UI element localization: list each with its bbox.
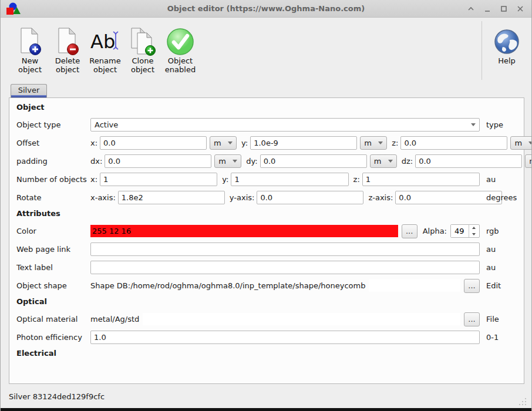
toolbar-label: Help [498,56,516,65]
rename-text-cursor-icon: Ab [89,26,121,56]
row-color: Color 255 12 16 ... Alpha: rgb [16,224,521,238]
color-rgb-value: 255 12 16 [92,227,131,235]
row-text-label: Text label au [16,261,521,274]
active-tab-indicator [11,95,46,97]
resize-grip[interactable] [518,397,527,406]
unit-label-rgb: rgb [486,227,521,235]
offset-y-label: y: [241,139,248,147]
alpha-step-down-button[interactable] [469,231,478,238]
row-web-page-link: Web page link au [16,242,521,256]
delete-object-button[interactable]: Deleteobject [50,26,85,74]
file-label: File [486,315,521,324]
row-offset: Offset x: m y: m z: m [16,136,521,150]
section-heading-attributes: Attributes [16,209,521,220]
clone-object-button[interactable]: Cloneobject [125,26,160,74]
color-swatch[interactable]: 255 12 16 [90,225,398,237]
rename-object-button[interactable]: Ab Renameobject [87,26,123,74]
chevron-down-icon [528,142,532,144]
offset-z-unit-select[interactable]: m [510,136,532,150]
rotate-x-input[interactable] [118,191,225,204]
app-logo-icon[interactable] [5,2,22,16]
tab-label: Silver [18,86,40,95]
offset-x-label: x: [90,139,97,147]
rotate-y-input[interactable] [257,191,363,204]
object-editor-panel: Object Object type Active type Offset x:… [9,97,524,384]
count-x-input[interactable] [100,173,217,186]
maximize-button[interactable] [499,4,509,14]
minimize-button[interactable] [482,4,493,14]
padding-dx-input[interactable] [105,154,211,168]
toolbar: Newobject Deleteobject [1,18,531,83]
section-heading-electrical: Electrical [16,349,521,359]
count-x-label: x: [90,175,97,184]
row-padding: padding dx: m dy: m dz: m [16,154,521,168]
photon-efficiency-label: Photon efficiency [16,333,90,342]
chevron-down-icon [228,142,233,144]
svg-text:Ab: Ab [90,31,115,53]
object-shape-label: Object shape [16,281,90,290]
color-browse-button[interactable]: ... [402,224,417,238]
row-optical-material: Optical material metal/Ag/std ... File [16,312,521,326]
optical-material-path: metal/Ag/std [90,315,139,324]
tab-silver[interactable]: Silver [11,84,47,97]
shade-button[interactable] [466,4,476,14]
new-object-button[interactable]: Newobject [12,26,48,74]
padding-dx-unit-select[interactable]: m [214,154,241,168]
delete-document-icon [53,26,82,56]
count-z-input[interactable] [362,173,480,186]
toolbar-label: Objectenabled [165,56,196,74]
count-y-input[interactable] [231,173,348,186]
object-shape-path: Shape DB:/home/rod/oghma/oghma8.0/inp_te… [90,281,365,290]
web-page-link-input[interactable] [90,242,480,256]
window-controls [466,0,526,18]
titlebar[interactable]: Object editor (https://www.Oghma-Nano.co… [1,0,531,18]
padding-dz-input[interactable] [415,154,522,168]
padding-dy-unit-select[interactable]: m [370,154,397,168]
number-of-objects-label: Number of objects [16,175,90,184]
unit-label-au: au [486,245,521,254]
clone-documents-icon [128,26,157,56]
alpha-input[interactable] [451,225,469,237]
unit-value: m [218,157,229,166]
alpha-step-up-button[interactable] [469,225,478,231]
object-type-select[interactable]: Active [90,118,480,132]
new-document-icon [16,26,44,56]
offset-x-unit-select[interactable]: m [210,136,237,150]
object-shape-browse-button[interactable]: ... [464,279,480,293]
check-circle-icon [166,26,195,56]
offset-x-input[interactable] [100,136,207,150]
up-arrow-icon [472,227,476,229]
close-button[interactable] [515,4,526,14]
rotate-x-label: x-axis: [90,193,116,202]
statusbar: Silver 83124ded129f9cfc [1,385,531,408]
alpha-label: Alpha: [423,227,447,235]
row-rotate: Rotate x-axis: y-axis: z-axis: degrees [16,191,521,204]
row-photon-efficiency: Photon efficiency 0-1 [16,331,521,344]
help-button[interactable]: Help [489,26,524,65]
offset-y-unit-select[interactable]: m [360,136,387,150]
object-enabled-toggle[interactable]: Objectenabled [163,26,198,74]
text-label-input[interactable] [90,261,480,274]
offset-z-input[interactable] [400,136,507,150]
row-number-of-objects: Number of objects x: y: z: au [16,173,521,186]
count-z-label: z: [353,175,360,184]
object-type-label: Object type [16,120,90,129]
padding-dz-unit-select[interactable]: m [525,154,532,168]
edit-label: Edit [486,281,521,290]
window-title: Object editor (https://www.Oghma-Nano.co… [1,4,531,13]
section-heading-optical: Optical [16,297,521,308]
optical-material-label: Optical material [16,315,90,324]
text-label-label: Text label [16,263,90,272]
unit-value: m [529,157,532,166]
chevron-down-icon [471,123,476,126]
padding-dy-input[interactable] [260,154,367,168]
down-arrow-icon [472,233,476,235]
optical-material-filler [143,313,460,325]
photon-efficiency-input[interactable] [90,331,480,344]
optical-material-browse-button[interactable]: ... [464,312,480,326]
unit-value: m [364,139,375,147]
offset-y-input[interactable] [250,136,357,150]
chevron-down-icon [388,160,393,163]
toolbar-left-group: Newobject Deleteobject [1,18,198,74]
rotate-label: Rotate [16,193,90,202]
